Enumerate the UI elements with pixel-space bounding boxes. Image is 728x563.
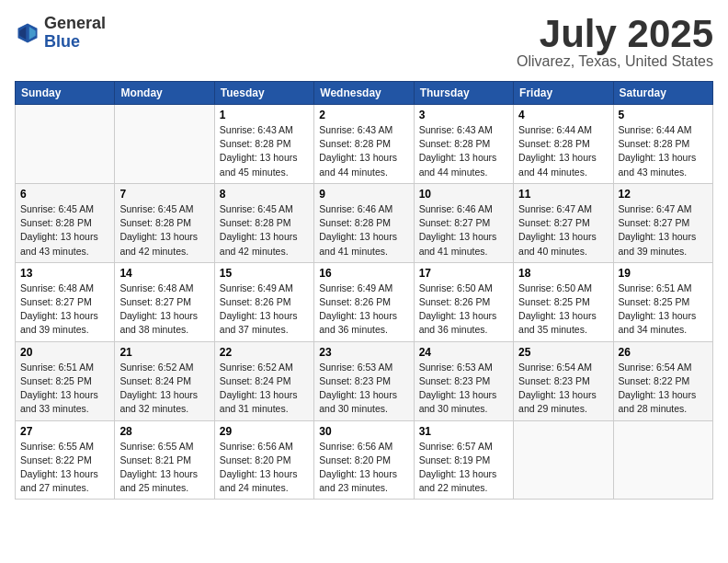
calendar-cell: 27Sunrise: 6:55 AM Sunset: 8:22 PM Dayli… [16, 420, 115, 500]
calendar-cell: 17Sunrise: 6:50 AM Sunset: 8:26 PM Dayli… [414, 262, 513, 341]
day-number: 29 [220, 425, 309, 438]
day-info: Sunrise: 6:43 AM Sunset: 8:28 PM Dayligh… [419, 123, 508, 179]
calendar-cell: 24Sunrise: 6:53 AM Sunset: 8:23 PM Dayli… [414, 341, 513, 420]
day-info: Sunrise: 6:43 AM Sunset: 8:28 PM Dayligh… [220, 123, 309, 179]
calendar-cell: 4Sunrise: 6:44 AM Sunset: 8:28 PM Daylig… [514, 105, 613, 184]
logo-general-text: General [44, 15, 106, 33]
col-header-wednesday: Wednesday [314, 82, 414, 105]
month-title: July 2025 [517, 15, 713, 53]
day-info: Sunrise: 6:47 AM Sunset: 8:27 PM Dayligh… [619, 202, 708, 259]
calendar-header-row: SundayMondayTuesdayWednesdayThursdayFrid… [16, 82, 713, 105]
calendar-cell [16, 105, 115, 184]
day-number: 17 [419, 267, 508, 280]
calendar-cell: 3Sunrise: 6:43 AM Sunset: 8:28 PM Daylig… [414, 105, 513, 184]
day-info: Sunrise: 6:45 AM Sunset: 8:28 PM Dayligh… [119, 202, 209, 259]
calendar-cell [115, 105, 214, 184]
day-info: Sunrise: 6:49 AM Sunset: 8:26 PM Dayligh… [220, 282, 309, 338]
day-info: Sunrise: 6:46 AM Sunset: 8:28 PM Dayligh… [319, 202, 408, 259]
day-number: 22 [220, 346, 309, 359]
day-number: 24 [419, 346, 508, 359]
day-number: 26 [619, 346, 708, 359]
calendar-cell: 10Sunrise: 6:46 AM Sunset: 8:27 PM Dayli… [414, 183, 513, 262]
logo-blue-text: Blue [44, 33, 106, 52]
day-number: 2 [319, 109, 408, 121]
day-number: 4 [518, 109, 608, 121]
col-header-saturday: Saturday [613, 82, 712, 105]
day-number: 1 [220, 109, 309, 121]
calendar-cell: 14Sunrise: 6:48 AM Sunset: 8:27 PM Dayli… [115, 262, 214, 341]
calendar-cell: 31Sunrise: 6:57 AM Sunset: 8:19 PM Dayli… [414, 420, 513, 500]
day-number: 10 [419, 188, 508, 201]
calendar-cell: 19Sunrise: 6:51 AM Sunset: 8:25 PM Dayli… [613, 262, 712, 341]
day-number: 27 [20, 425, 109, 438]
calendar-cell: 6Sunrise: 6:45 AM Sunset: 8:28 PM Daylig… [16, 183, 115, 262]
day-number: 3 [419, 109, 508, 121]
calendar-table: SundayMondayTuesdayWednesdayThursdayFrid… [15, 81, 713, 500]
day-info: Sunrise: 6:55 AM Sunset: 8:21 PM Dayligh… [119, 440, 209, 496]
calendar-cell: 28Sunrise: 6:55 AM Sunset: 8:21 PM Dayli… [115, 420, 214, 500]
day-number: 31 [419, 425, 508, 438]
calendar-cell: 16Sunrise: 6:49 AM Sunset: 8:26 PM Dayli… [314, 262, 414, 341]
calendar-week-5: 27Sunrise: 6:55 AM Sunset: 8:22 PM Dayli… [16, 420, 713, 500]
calendar-cell [613, 420, 712, 500]
day-info: Sunrise: 6:47 AM Sunset: 8:27 PM Dayligh… [518, 202, 608, 259]
day-info: Sunrise: 6:51 AM Sunset: 8:25 PM Dayligh… [619, 282, 708, 338]
day-info: Sunrise: 6:52 AM Sunset: 8:24 PM Dayligh… [119, 361, 209, 417]
calendar-week-4: 20Sunrise: 6:51 AM Sunset: 8:25 PM Dayli… [16, 341, 713, 420]
day-number: 23 [319, 346, 408, 359]
day-info: Sunrise: 6:50 AM Sunset: 8:25 PM Dayligh… [518, 282, 608, 338]
location: Olivarez, Texas, United States [517, 53, 713, 70]
day-number: 25 [518, 346, 608, 359]
logo-icon [15, 20, 40, 46]
calendar-cell: 21Sunrise: 6:52 AM Sunset: 8:24 PM Dayli… [115, 341, 214, 420]
calendar-cell: 29Sunrise: 6:56 AM Sunset: 8:20 PM Dayli… [214, 420, 313, 500]
day-number: 21 [119, 346, 209, 359]
day-info: Sunrise: 6:46 AM Sunset: 8:27 PM Dayligh… [419, 202, 508, 259]
col-header-sunday: Sunday [16, 82, 115, 105]
day-number: 28 [119, 425, 209, 438]
calendar-cell: 11Sunrise: 6:47 AM Sunset: 8:27 PM Dayli… [514, 183, 613, 262]
day-number: 14 [119, 267, 209, 280]
day-info: Sunrise: 6:55 AM Sunset: 8:22 PM Dayligh… [20, 440, 109, 496]
calendar-cell: 7Sunrise: 6:45 AM Sunset: 8:28 PM Daylig… [115, 183, 214, 262]
page-header: General Blue July 2025 Olivarez, Texas, … [15, 15, 713, 70]
day-info: Sunrise: 6:49 AM Sunset: 8:26 PM Dayligh… [319, 282, 408, 338]
day-info: Sunrise: 6:44 AM Sunset: 8:28 PM Dayligh… [619, 123, 708, 179]
title-block: July 2025 Olivarez, Texas, United States [517, 15, 713, 70]
day-info: Sunrise: 6:51 AM Sunset: 8:25 PM Dayligh… [20, 361, 109, 417]
day-info: Sunrise: 6:50 AM Sunset: 8:26 PM Dayligh… [419, 282, 508, 338]
calendar-cell: 25Sunrise: 6:54 AM Sunset: 8:23 PM Dayli… [514, 341, 613, 420]
calendar-cell: 18Sunrise: 6:50 AM Sunset: 8:25 PM Dayli… [514, 262, 613, 341]
day-number: 12 [619, 188, 708, 201]
calendar-cell: 12Sunrise: 6:47 AM Sunset: 8:27 PM Dayli… [613, 183, 712, 262]
day-info: Sunrise: 6:56 AM Sunset: 8:20 PM Dayligh… [220, 440, 309, 496]
calendar-cell: 15Sunrise: 6:49 AM Sunset: 8:26 PM Dayli… [214, 262, 313, 341]
day-number: 6 [20, 188, 109, 201]
calendar-cell: 2Sunrise: 6:43 AM Sunset: 8:28 PM Daylig… [314, 105, 414, 184]
calendar-cell: 30Sunrise: 6:56 AM Sunset: 8:20 PM Dayli… [314, 420, 414, 500]
day-number: 13 [20, 267, 109, 280]
col-header-monday: Monday [115, 82, 214, 105]
day-number: 8 [220, 188, 309, 201]
day-number: 30 [319, 425, 408, 438]
day-info: Sunrise: 6:52 AM Sunset: 8:24 PM Dayligh… [220, 361, 309, 417]
day-number: 7 [119, 188, 209, 201]
calendar-cell: 26Sunrise: 6:54 AM Sunset: 8:22 PM Dayli… [613, 341, 712, 420]
day-info: Sunrise: 6:43 AM Sunset: 8:28 PM Dayligh… [319, 123, 408, 179]
day-number: 11 [518, 188, 608, 201]
day-number: 19 [619, 267, 708, 280]
calendar-cell: 9Sunrise: 6:46 AM Sunset: 8:28 PM Daylig… [314, 183, 414, 262]
calendar-cell: 23Sunrise: 6:53 AM Sunset: 8:23 PM Dayli… [314, 341, 414, 420]
day-number: 9 [319, 188, 408, 201]
day-info: Sunrise: 6:54 AM Sunset: 8:23 PM Dayligh… [518, 361, 608, 417]
day-info: Sunrise: 6:45 AM Sunset: 8:28 PM Dayligh… [220, 202, 309, 259]
day-info: Sunrise: 6:53 AM Sunset: 8:23 PM Dayligh… [419, 361, 508, 417]
col-header-tuesday: Tuesday [214, 82, 313, 105]
calendar-week-3: 13Sunrise: 6:48 AM Sunset: 8:27 PM Dayli… [16, 262, 713, 341]
day-number: 15 [220, 267, 309, 280]
day-info: Sunrise: 6:54 AM Sunset: 8:22 PM Dayligh… [619, 361, 708, 417]
day-info: Sunrise: 6:48 AM Sunset: 8:27 PM Dayligh… [20, 282, 109, 338]
day-number: 20 [20, 346, 109, 359]
calendar-cell: 20Sunrise: 6:51 AM Sunset: 8:25 PM Dayli… [16, 341, 115, 420]
day-number: 16 [319, 267, 408, 280]
